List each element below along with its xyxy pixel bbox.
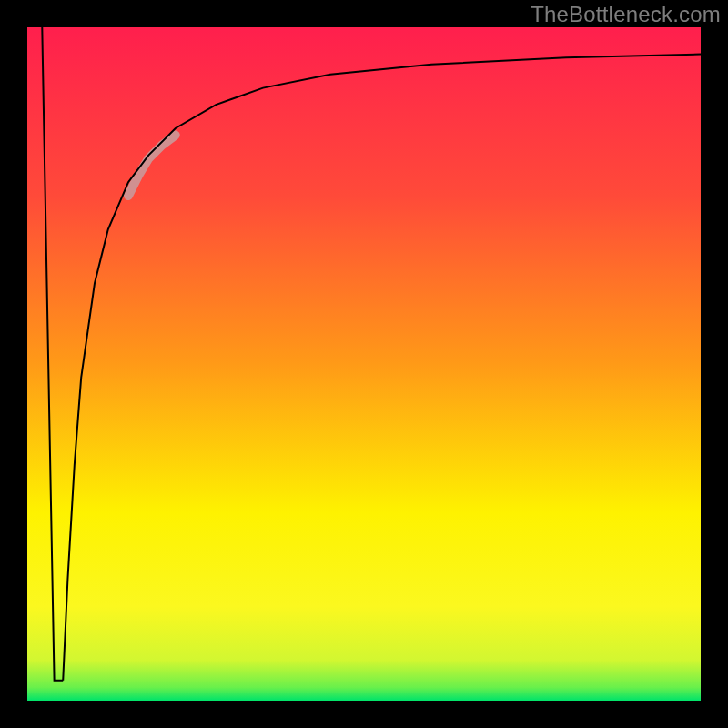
chart-background-gradient xyxy=(27,27,701,701)
chart-svg xyxy=(0,0,728,728)
watermark-text: TheBottleneck.com xyxy=(531,2,721,27)
chart-container: TheBottleneck.com xyxy=(0,0,728,728)
